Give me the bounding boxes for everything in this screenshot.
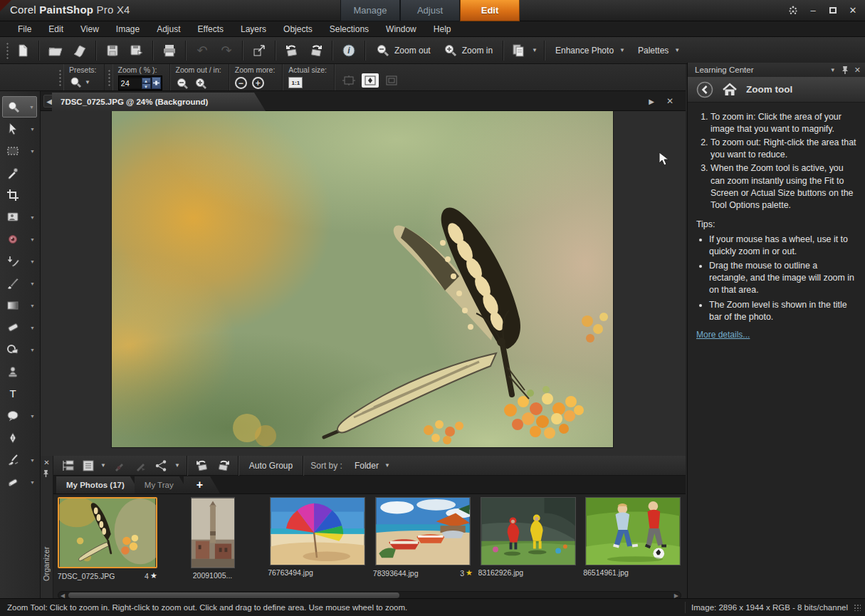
undo-button[interactable]: ↶ xyxy=(190,40,214,61)
makeover-tool[interactable]: ▼ xyxy=(2,251,37,272)
new-image-button[interactable] xyxy=(11,40,35,61)
share-button[interactable]: ▼ xyxy=(152,457,183,474)
navigation-toggle-button[interactable] xyxy=(58,457,79,474)
scan-button[interactable] xyxy=(68,40,92,61)
thumbnail-item[interactable]: 76763494.jpg xyxy=(265,497,370,577)
menu-view[interactable]: View xyxy=(73,23,107,36)
eraser-tool[interactable]: ▼ xyxy=(2,317,37,338)
actual-size-button[interactable]: 1:1 xyxy=(288,77,303,88)
toolbar-grip[interactable] xyxy=(5,41,9,60)
menu-window[interactable]: Window xyxy=(378,23,424,36)
picture-tube-tool[interactable] xyxy=(2,361,37,382)
redo-button[interactable]: ↷ xyxy=(214,40,238,61)
tab-edit[interactable]: Edit xyxy=(460,0,520,21)
pick-tool[interactable]: ▼ xyxy=(2,118,37,140)
canvas-workspace[interactable] xyxy=(41,111,686,456)
menu-objects[interactable]: Objects xyxy=(276,23,320,36)
menu-file[interactable]: File xyxy=(10,23,39,36)
rotate-right-button[interactable] xyxy=(304,40,328,61)
selection-tool[interactable]: ▼ xyxy=(2,140,37,162)
zoom-tool[interactable]: ▼ xyxy=(2,96,37,118)
resize-button[interactable] xyxy=(247,40,271,61)
tab-adjust[interactable]: Adjust xyxy=(400,0,460,21)
resize-grip[interactable] xyxy=(854,604,861,611)
home-button[interactable] xyxy=(722,83,738,97)
zoom-in-button[interactable]: Zoom in xyxy=(437,40,499,61)
back-button[interactable] xyxy=(696,81,713,98)
auto-group-button[interactable]: Auto Group xyxy=(243,457,299,474)
thumbnail-item[interactable]: 83162926.jpg xyxy=(476,497,581,577)
menu-effects[interactable]: Effects xyxy=(190,23,231,36)
menu-selections[interactable]: Selections xyxy=(322,23,377,36)
zoom-in-step-button[interactable] xyxy=(194,77,208,90)
panel-menu-arrow-icon[interactable]: ▼ xyxy=(830,67,836,73)
gradient-fill-tool[interactable]: ▼ xyxy=(2,295,37,316)
zoom-more-in-button[interactable]: + xyxy=(252,77,264,89)
thumbnail-item[interactable]: 86514961.jpg xyxy=(580,497,686,577)
document-close-button[interactable]: ✕ xyxy=(664,95,676,108)
tab-manage[interactable]: Manage xyxy=(340,0,400,21)
print-button[interactable] xyxy=(157,40,182,61)
crop-tool[interactable] xyxy=(2,184,37,206)
add-tray-button[interactable]: + xyxy=(184,476,220,494)
save-as-button[interactable] xyxy=(125,40,149,61)
palette-grip[interactable] xyxy=(58,68,61,87)
edit-disabled-button-1[interactable] xyxy=(109,457,130,474)
warp-brush-tool[interactable]: ▼ xyxy=(2,449,37,471)
tab-scroll-right-button[interactable]: ▶ xyxy=(646,95,657,108)
preset-shape-tool[interactable]: ▼ xyxy=(2,405,37,427)
zoom-percent-input[interactable] xyxy=(120,78,141,88)
zoom-out-button[interactable]: Zoom out xyxy=(369,40,437,61)
presets-dropdown[interactable]: ▼ xyxy=(69,75,90,88)
palette-grip[interactable] xyxy=(107,68,110,87)
thumbnail-item[interactable]: 7DSC_0725.JPG 4★ xyxy=(55,497,160,580)
thumbnail-item[interactable]: 20091005... xyxy=(160,497,266,580)
zoom-spinner[interactable]: ▲▼ xyxy=(142,78,151,89)
menu-image[interactable]: Image xyxy=(108,23,147,36)
rotate-left-thumb-button[interactable] xyxy=(192,457,213,474)
dropper-tool[interactable] xyxy=(2,162,37,184)
corel-logo-icon[interactable] xyxy=(787,4,800,17)
menu-edit[interactable]: Edit xyxy=(41,23,71,36)
organizer-pin-icon[interactable] xyxy=(43,469,51,477)
minimize-button[interactable]: – xyxy=(807,5,819,16)
panel-close-icon[interactable]: ✕ xyxy=(854,66,861,75)
red-eye-tool[interactable]: ▼ xyxy=(2,229,37,250)
tab-my-tray[interactable]: My Tray xyxy=(135,476,189,494)
thumbnail-item[interactable]: 78393644.jpg 3★ xyxy=(370,497,476,578)
organizer-close-icon[interactable]: ✕ xyxy=(43,459,51,466)
open-button[interactable] xyxy=(43,40,68,61)
scrollbar-thumb[interactable] xyxy=(68,592,399,598)
menu-help[interactable]: Help xyxy=(426,23,459,36)
edit-disabled-button-2[interactable] xyxy=(130,457,152,474)
menu-adjust[interactable]: Adjust xyxy=(149,23,188,36)
copy-special-button[interactable]: ▼ xyxy=(508,40,540,61)
pin-icon[interactable] xyxy=(842,66,849,74)
zoom-more-out-button[interactable]: − xyxy=(235,77,247,89)
sort-by-dropdown[interactable]: Folder▼ xyxy=(348,457,397,474)
save-button[interactable] xyxy=(100,40,125,61)
close-button[interactable]: ✕ xyxy=(846,5,859,16)
zoom-slider-button[interactable] xyxy=(152,77,161,89)
fit-window-to-image-button[interactable] xyxy=(340,73,357,88)
palettes-button[interactable]: Palettes▼ xyxy=(631,40,686,61)
fit-image-to-window-button[interactable] xyxy=(362,73,379,88)
image-information-button[interactable]: i xyxy=(337,40,361,61)
pen-tool[interactable] xyxy=(2,427,37,449)
object-remover-tool[interactable]: ▼ xyxy=(2,471,37,493)
rotate-left-button[interactable] xyxy=(280,40,304,61)
paint-brush-tool[interactable]: ▼ xyxy=(2,273,37,294)
more-details-link[interactable]: More details... xyxy=(696,330,750,340)
rotate-right-thumb-button[interactable] xyxy=(213,457,234,474)
zoom-out-step-button[interactable] xyxy=(176,77,189,90)
background-eraser-tool[interactable]: ▼ xyxy=(2,339,37,360)
menu-layers[interactable]: Layers xyxy=(233,23,274,36)
document-tab[interactable]: 7DSC_0725.JPG @ 24% (Background) xyxy=(52,93,266,111)
fit-window-to-screen-button[interactable] xyxy=(383,73,400,88)
enhance-photo-button[interactable]: Enhance Photo▼ xyxy=(549,40,631,61)
text-tool[interactable]: T xyxy=(2,383,37,404)
view-mode-button[interactable]: ▼ xyxy=(79,457,109,474)
photo-butterfly-image[interactable] xyxy=(112,111,613,447)
straighten-tool[interactable]: ▼ xyxy=(2,207,37,228)
tab-my-photos[interactable]: My Photos (17) xyxy=(56,476,140,494)
